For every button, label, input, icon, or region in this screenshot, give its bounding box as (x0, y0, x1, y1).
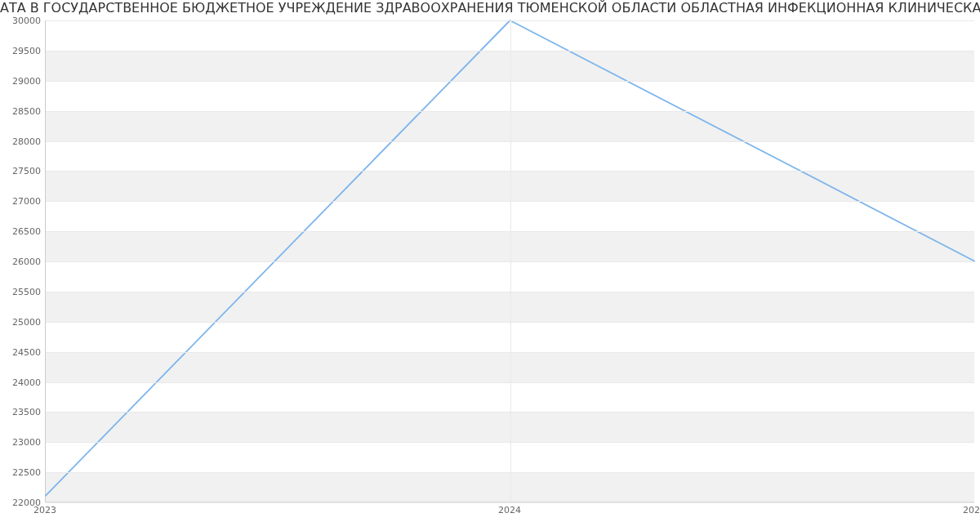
y-tick-label: 27000 (2, 196, 41, 207)
y-tick-label: 25000 (2, 316, 41, 327)
y-gridline (46, 502, 974, 503)
x-tick-label: 2023 (33, 505, 56, 515)
y-tick-label: 23500 (2, 407, 41, 417)
y-tick-label: 27500 (2, 166, 41, 176)
y-tick-label: 26500 (2, 226, 41, 237)
chart-container: АТА В ГОСУДАРСТВЕННОЕ БЮДЖЕТНОЕ УЧРЕЖДЕН… (0, 0, 980, 531)
y-tick-label: 28500 (2, 105, 41, 116)
chart-title: АТА В ГОСУДАРСТВЕННОЕ БЮДЖЕТНОЕ УЧРЕЖДЕН… (0, 0, 980, 16)
x-gridline (510, 20, 511, 502)
y-tick-label: 26000 (2, 257, 41, 267)
y-tick-label: 25500 (2, 286, 41, 297)
y-tick-label: 29000 (2, 75, 41, 86)
y-tick-label: 24500 (2, 346, 41, 357)
y-tick-label: 28000 (2, 136, 41, 146)
x-tick-label: 2024 (498, 505, 521, 515)
y-tick-label: 22500 (2, 467, 41, 478)
plot-area (45, 20, 974, 502)
y-tick-label: 24000 (2, 377, 41, 387)
y-tick-label: 30000 (2, 16, 41, 26)
y-tick-label: 29500 (2, 45, 41, 56)
y-tick-label: 23000 (2, 437, 41, 448)
x-tick-label: 2025 (963, 505, 980, 515)
